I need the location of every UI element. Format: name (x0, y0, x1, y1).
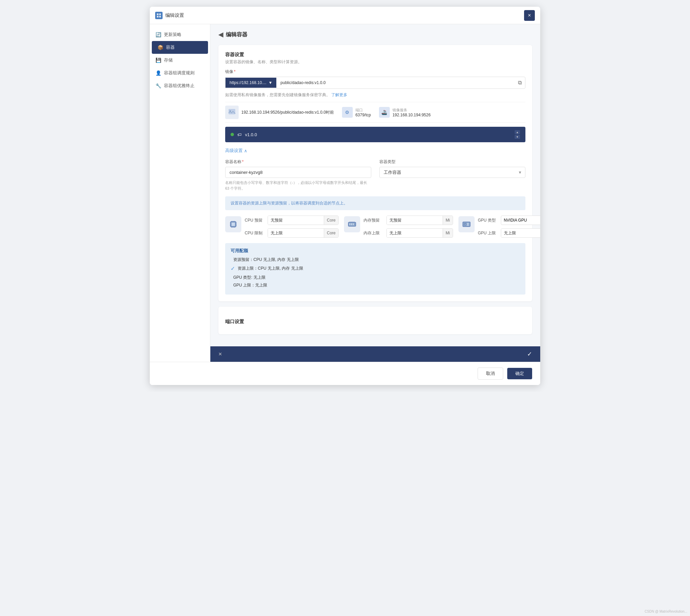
confirm-button[interactable]: 确定 (507, 368, 532, 379)
gpu-limit-input-wrapper (501, 228, 540, 238)
container-name-label: 容器名称* (225, 159, 371, 165)
quota-check-icon-1: ✓ (231, 264, 235, 273)
cpu-reserve-input[interactable] (268, 216, 324, 225)
gpu-type-select-wrapper: NVIDIA GPU AMD GPU 无 ▼ (501, 216, 540, 225)
svg-rect-32 (467, 224, 469, 225)
sidebar-item-graceful-stop-label: 容器组优雅终止 (164, 83, 194, 89)
mem-reserve-input[interactable] (387, 216, 443, 225)
container-type-select[interactable]: 工作容器 初始化容器 边车容器 (379, 167, 525, 178)
image-info-row: 192.168.10.194:9526/public/dadao-redis:v… (225, 102, 525, 123)
sidebar-item-schedule-rules-label: 容器组调度规则 (164, 70, 194, 76)
sidebar-item-graceful-stop[interactable]: 🔧 容器组优雅终止 (150, 79, 210, 92)
cpu-limit-input-wrapper: Core (268, 228, 339, 238)
mem-limit-row: 内存上限 Mi (363, 228, 453, 238)
learn-more-link[interactable]: 了解更多 (331, 92, 347, 97)
update-policy-icon: 🔄 (155, 31, 161, 38)
bottom-check-button[interactable]: ✓ (527, 350, 532, 358)
svg-point-30 (464, 224, 465, 225)
footer-bar: 取消 确定 (150, 362, 540, 385)
port-value: 6379/tcp (355, 113, 371, 117)
cpu-fields: CPU 预留 Core CPU 限制 (245, 216, 339, 238)
version-tag-icon: 🏷 (237, 132, 242, 137)
svg-rect-7 (232, 223, 235, 226)
sidebar-item-storage[interactable]: 💾 存储 (150, 54, 210, 67)
gpu-column: GPU 类型 NVIDIA GPU AMD GPU 无 ▼ (458, 216, 540, 238)
image-field-label: 镜像* (225, 69, 525, 75)
gpu-type-select[interactable]: NVIDIA GPU AMD GPU 无 (501, 216, 540, 225)
svg-rect-3 (159, 16, 161, 18)
cpu-limit-input[interactable] (268, 229, 324, 237)
image-name-input[interactable] (276, 78, 515, 88)
resource-hint: 设置容器的资源上限与资源预留，以将容器调度到合适的节点上。 (225, 196, 525, 210)
port-settings-card: 端口设置 (218, 307, 532, 334)
mem-reserve-row: 内存预留 Mi (363, 216, 453, 225)
container-type-label: 容器类型 (379, 159, 525, 165)
quota-row-0: 资源预留：CPU 无上限, 内存 无上限 (231, 257, 520, 263)
svg-rect-22 (351, 223, 352, 225)
image-copy-button[interactable]: ⧉ (515, 77, 525, 88)
mirror-value: 192.168.10.194:9526 (393, 113, 431, 117)
cpu-limit-row: CPU 限制 Core (245, 228, 339, 238)
mem-reserve-label: 内存预留 (363, 218, 384, 223)
sidebar: 🔄 更新策略 📦 容器 💾 存储 👤 容器组调度规则 🔧 容器组优雅终止 (150, 24, 210, 362)
memory-fields: 内存预留 Mi 内存上限 (363, 216, 453, 238)
schedule-rules-icon: 👤 (155, 70, 161, 76)
container-name-field: 容器名称* 名称只能包含小写字母、数字和连字符（-），必须以小写字母或数字开头和… (225, 159, 371, 191)
svg-rect-33 (467, 225, 469, 226)
main-layout: 🔄 更新策略 📦 容器 💾 存储 👤 容器组调度规则 🔧 容器组优雅终止 (150, 24, 540, 362)
back-arrow[interactable]: ◀ (218, 31, 223, 38)
mem-reserve-unit: Mi (443, 216, 453, 225)
cpu-column: CPU 预留 Core CPU 限制 (225, 216, 339, 238)
cpu-reserve-input-wrapper: Core (268, 216, 339, 225)
app-icon (155, 12, 163, 19)
advanced-settings-toggle[interactable]: 高级设置 ∧ (225, 148, 525, 154)
version-bar: 🏷 v1.0.0 ▲ ▼ (225, 127, 525, 142)
repo-dropdown-arrow: ▼ (268, 80, 272, 85)
image-repo-label: https://192.168.10.... (230, 80, 266, 85)
cpu-reserve-label: CPU 预留 (245, 218, 265, 223)
gpu-type-row: GPU 类型 NVIDIA GPU AMD GPU 无 ▼ (478, 216, 540, 225)
gpu-type-label: GPU 类型 (478, 218, 498, 223)
storage-icon: 💾 (155, 57, 161, 63)
mirror-icon: 🚢 (379, 107, 390, 118)
container-type-field: 容器类型 工作容器 初始化容器 边车容器 ▼ (379, 159, 525, 191)
container-name-input[interactable] (225, 167, 371, 178)
scroll-down-button[interactable]: ▼ (515, 135, 520, 139)
svg-rect-4 (229, 109, 235, 114)
quota-text-3: GPU 上限：无上限 (233, 282, 267, 288)
image-path-text: 192.168.10.194:9526/public/dadao-redis:v… (241, 110, 334, 115)
advanced-settings-label: 高级设置 (225, 148, 243, 154)
content-area: ◀ 编辑容器 容器设置 设置容器的镜像、名称、类型和计算资源。 镜像* http… (210, 24, 540, 362)
mirror-label: 镜像服务 (393, 108, 431, 113)
cpu-limit-label: CPU 限制 (245, 230, 265, 236)
sidebar-item-update-policy-label: 更新策略 (164, 31, 182, 38)
cancel-button[interactable]: 取消 (478, 368, 503, 380)
scroll-up-button[interactable]: ▲ (515, 130, 520, 134)
container-settings-title: 容器设置 (225, 52, 525, 58)
sidebar-item-update-policy[interactable]: 🔄 更新策略 (150, 28, 210, 41)
cpu-icon (225, 216, 241, 232)
port-label: 端口 (355, 108, 371, 113)
version-scroll-buttons: ▲ ▼ (515, 130, 520, 139)
advanced-toggle-arrow: ∧ (244, 148, 247, 153)
svg-rect-23 (353, 223, 354, 225)
title-bar-left: 编辑设置 (155, 12, 184, 19)
sidebar-item-schedule-rules[interactable]: 👤 容器组调度规则 (150, 67, 210, 79)
image-thumbnail-item: 192.168.10.194:9526/public/dadao-redis:v… (225, 106, 334, 119)
sidebar-item-container[interactable]: 📦 容器 (152, 41, 208, 54)
svg-rect-31 (467, 223, 469, 224)
window-close-button[interactable]: × (524, 10, 535, 21)
container-name-type-row: 容器名称* 名称只能包含小写字母、数字和连字符（-），必须以小写字母或数字开头和… (225, 159, 525, 191)
port-info-item: ⚙ 端口 6379/tcp (342, 107, 371, 118)
status-dot (231, 133, 234, 136)
gpu-limit-input[interactable] (501, 229, 540, 237)
gpu-fields: GPU 类型 NVIDIA GPU AMD GPU 无 ▼ (478, 216, 540, 238)
quota-row-2: GPU 类型: 无上限 (231, 274, 520, 281)
page-title: 编辑容器 (226, 31, 247, 38)
cpu-reserve-row: CPU 预留 Core (245, 216, 339, 225)
mem-limit-input[interactable] (387, 229, 443, 237)
app-window: 编辑设置 × 🔄 更新策略 📦 容器 💾 存储 👤 容器组调度规则 (150, 7, 540, 385)
image-repo-button[interactable]: https://192.168.10.... ▼ (226, 78, 276, 88)
bottom-close-button[interactable]: × (218, 351, 222, 358)
page-header: ◀ 编辑容器 (218, 31, 532, 38)
